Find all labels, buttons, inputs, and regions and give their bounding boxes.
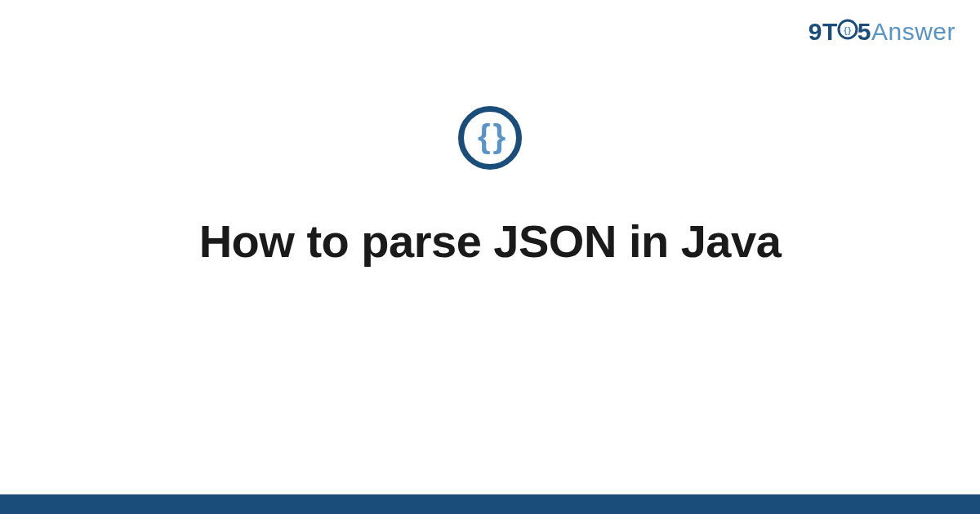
braces-icon: { } — [478, 120, 502, 153]
logo-nine-t: 9T — [808, 18, 838, 45]
logo-o-icon: {} — [837, 18, 858, 46]
main-content: { } How to parse JSON in Java — [0, 106, 980, 268]
category-icon-circle: { } — [458, 106, 522, 170]
footer-bar — [0, 494, 980, 514]
page-title: How to parse JSON in Java — [199, 215, 782, 268]
svg-text:{}: {} — [844, 25, 852, 35]
site-logo: 9T{}5Answer — [808, 18, 956, 47]
logo-five: 5 — [858, 18, 871, 45]
logo-answer: Answer — [871, 18, 956, 45]
